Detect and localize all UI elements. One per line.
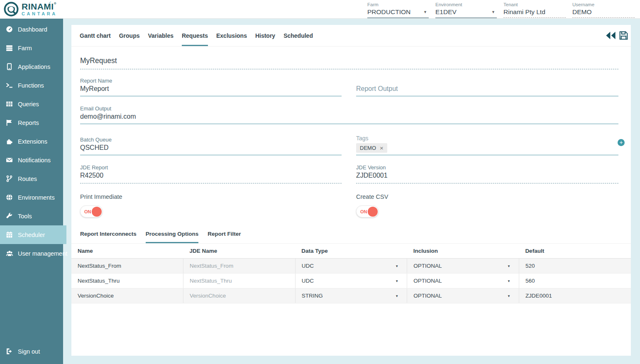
jde-report-field: JDE Report R42500 [80, 164, 342, 183]
sidebar-item-routes[interactable]: Routes [0, 169, 63, 188]
calendar-icon [5, 231, 13, 238]
cell-name: NextStatus_Thru [71, 274, 183, 288]
envelope-icon [5, 156, 13, 164]
content-card: Gantt chart Groups Variables Requests Ex… [71, 25, 631, 356]
sidebar-item-environments[interactable]: Environments [0, 188, 63, 207]
create-csv-toggle[interactable]: ON [356, 205, 379, 217]
tab-gantt-chart[interactable]: Gantt chart [80, 25, 111, 46]
sidebar-item-scheduler[interactable]: Scheduler [0, 225, 66, 244]
jde-version-input[interactable]: ZJDE0001 [356, 172, 618, 183]
inclusion-select[interactable]: OPTIONAL▼ [407, 259, 519, 274]
col-jde-name: JDE Name [183, 244, 296, 259]
save-icon [619, 31, 628, 40]
sidebar-item-queries[interactable]: Queries [0, 95, 63, 113]
report-output-input[interactable]: Report Output [356, 85, 618, 96]
request-name-input[interactable]: MyRequest [80, 56, 618, 69]
app-screen: RINAMI®✓ CANTARA Farm PRODUCTION ▼ Envir… [0, 0, 640, 364]
table-row: VersionChoice VersionChoice STRING▼ OPTI… [71, 288, 631, 303]
sidebar-item-label: Queries [18, 101, 39, 107]
sidebar-item-farm[interactable]: Farm [0, 39, 63, 57]
tab-requests[interactable]: Requests [182, 25, 208, 46]
wrench-icon [5, 213, 13, 220]
sidebar-item-label: Scheduler [18, 232, 45, 238]
table-row: NextStatus_From NextStatus_From UDC▼ OPT… [71, 259, 631, 274]
rewind-button[interactable] [606, 32, 616, 39]
tab-scheduled[interactable]: Scheduled [283, 25, 313, 46]
email-output-label: Email Output [80, 105, 618, 112]
toggle-state-label: ON [360, 209, 367, 214]
print-immediate-group: Print Immediate ON [80, 193, 342, 217]
environment-select[interactable]: E1DEV ▼ [435, 8, 497, 18]
table-header-row: Name JDE Name Data Type Inclusion Defaul… [71, 244, 631, 259]
data-type-select[interactable]: UDC▼ [295, 259, 407, 274]
queue-tags-row: Batch Queue QSCHED Tags DEMO × + [80, 135, 618, 155]
environment-label: Environment [435, 2, 497, 7]
sidebar-item-extensions[interactable]: Extensions [0, 132, 63, 151]
sidebar-item-dashboard[interactable]: Dashboard [0, 20, 63, 39]
brand-subname: CANTARA [22, 12, 57, 16]
terminal-icon [5, 82, 13, 89]
subtab-report-filter[interactable]: Report Filter [208, 231, 241, 243]
data-type-select[interactable]: UDC▼ [295, 274, 407, 288]
print-immediate-label: Print Immediate [80, 193, 342, 200]
sidebar-item-functions[interactable]: Functions [0, 76, 63, 95]
col-data-type: Data Type [295, 244, 407, 259]
request-name-field: MyRequest [80, 56, 618, 69]
gauge-icon [5, 26, 13, 33]
add-tag-button[interactable]: + [618, 139, 625, 146]
tag-chip[interactable]: DEMO × [356, 143, 387, 153]
header-context-fields: Farm PRODUCTION ▼ Environment E1DEV ▼ Te… [367, 2, 635, 18]
create-csv-label: Create CSV [356, 193, 618, 200]
inclusion-select[interactable]: OPTIONAL▼ [407, 274, 519, 288]
jde-report-input[interactable]: R42500 [80, 172, 342, 183]
sidebar-item-notifications[interactable]: Notifications [0, 151, 63, 169]
tab-exclusions[interactable]: Exclusions [216, 25, 247, 46]
toggles-row: Print Immediate ON Create CSV ON [80, 193, 618, 217]
sidebar-item-label: Farm [18, 45, 32, 51]
sidebar-item-user-management[interactable]: User management [0, 244, 63, 263]
chevron-down-icon: ▼ [507, 279, 511, 283]
batch-queue-input[interactable]: QSCHED [80, 144, 342, 155]
tag-chip-label: DEMO [360, 145, 376, 151]
sidebar-item-label: Sign out [18, 348, 40, 355]
table-grid-icon [5, 100, 13, 107]
inclusion-select[interactable]: OPTIONAL▼ [407, 288, 519, 303]
print-immediate-toggle[interactable]: ON [80, 205, 103, 217]
cell-default: 520 [519, 259, 631, 274]
farm-select-field: Farm PRODUCTION ▼ [367, 2, 429, 18]
chevron-down-icon: ▼ [507, 264, 511, 268]
sidebar-item-sign-out[interactable]: Sign out [0, 342, 63, 361]
toggle-state-label: ON [84, 209, 91, 214]
report-name-field: Report Name MyReport [80, 78, 342, 96]
save-button[interactable] [619, 31, 628, 40]
chevron-down-icon: ▼ [395, 264, 398, 268]
report-name-input[interactable]: MyReport [80, 85, 342, 96]
request-form: MyRequest Report Name MyReport Report Ou… [71, 46, 631, 217]
tenant-label: Tenant [503, 2, 566, 7]
farm-select[interactable]: PRODUCTION ▼ [367, 8, 429, 18]
farm-value: PRODUCTION [367, 8, 410, 16]
sidebar-item-tools[interactable]: Tools [0, 207, 63, 225]
subtab-processing-options[interactable]: Processing Options [146, 231, 199, 243]
rewind-icon [606, 32, 616, 39]
subtab-bar: Report Interconnects Processing Options … [71, 224, 631, 243]
tenant-value: Rinami Pty Ltd [503, 8, 566, 18]
create-csv-group: Create CSV ON [356, 193, 618, 217]
tags-input[interactable]: DEMO × [356, 143, 618, 155]
sidebar-item-label: Notifications [18, 157, 51, 164]
report-row: Report Name MyReport Report Output [80, 78, 618, 96]
subtab-report-interconnects[interactable]: Report Interconnects [80, 231, 137, 243]
tab-groups[interactable]: Groups [119, 25, 140, 46]
sidebar-item-reports[interactable]: Reports [0, 113, 63, 132]
tab-variables[interactable]: Variables [148, 25, 173, 46]
username-label: Username [572, 2, 635, 7]
tab-history[interactable]: History [255, 25, 275, 46]
email-output-input[interactable]: demo@rinami.com [80, 113, 618, 124]
data-type-select[interactable]: STRING▼ [295, 288, 407, 303]
chip-remove-icon[interactable]: × [380, 146, 384, 150]
sidebar-item-label: Applications [18, 64, 50, 70]
tab-bar: Gantt chart Groups Variables Requests Ex… [71, 25, 631, 46]
card-toolbar [606, 25, 628, 46]
users-icon [5, 250, 13, 257]
sidebar-item-applications[interactable]: Applications [0, 57, 63, 76]
